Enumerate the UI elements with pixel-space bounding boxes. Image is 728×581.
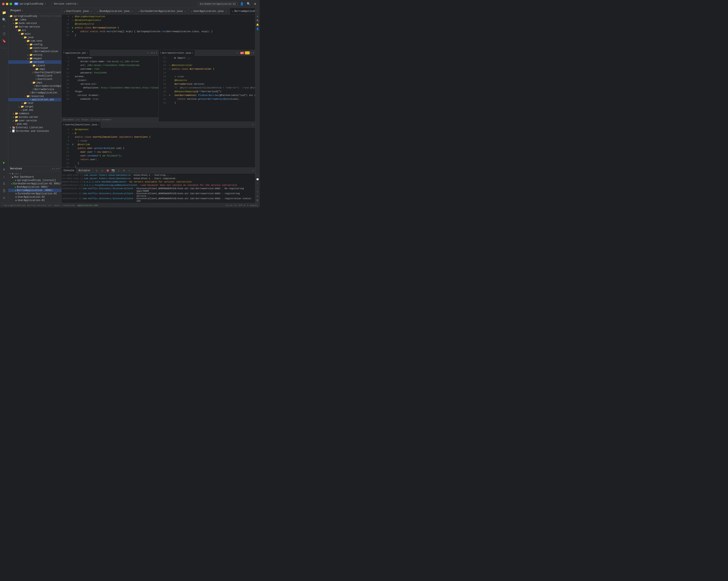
tree-item-service[interactable]: ▾ 📂 service (8, 60, 61, 64)
services-item-install[interactable]: ▶ ▶ springCloudStudy [install] (8, 179, 61, 182)
database-tool-icon[interactable]: 🗄 (1, 188, 7, 194)
ufc-code[interactable]: 6 ✓ @Component 7 ✓ @ 8 public class User… (61, 128, 255, 167)
eureka-instance[interactable]: EurekaServerApplication-01 (198, 2, 238, 6)
console-more-icon[interactable]: ⋯ (251, 169, 255, 172)
tree-item-resources[interactable]: ▾ 📂 resources (8, 95, 61, 98)
version-control-menu[interactable]: Version control (54, 2, 76, 5)
yml-pane-more[interactable]: ⋯ (146, 51, 150, 55)
star-icon[interactable]: ☆ (256, 173, 259, 177)
tree-item-config[interactable]: ▶ 📂 config (8, 43, 61, 46)
scroll-icon[interactable]: ⤵ (116, 168, 121, 173)
borrow-application-code[interactable]: 8 ✓ @SpringBootApplication 9 ✓ @EnableFe… (61, 15, 255, 50)
tree-item-bookclient[interactable]: ▶ I BookClient (8, 74, 61, 78)
services-item-eureka01[interactable]: ▶ ▶ EurekaServerApplication-01 8801/ (8, 182, 61, 185)
more-icon[interactable]: ⋯ (127, 168, 132, 173)
services-item-borrowapp[interactable]: ▶ ▶ BorrowApplication :8082/ (8, 189, 61, 192)
snapshot-icon[interactable]: 📷 (111, 168, 115, 173)
stop-icon[interactable]: ⏹ (105, 168, 110, 173)
services-filter-icon[interactable]: ⊟ (14, 173, 16, 175)
bookmark-tool-icon[interactable]: 🔖 (1, 38, 7, 44)
scroll-left-icon[interactable]: ≡ (256, 190, 259, 194)
run-arrow-icon[interactable]: ▶ (72, 26, 73, 29)
yml-tab[interactable]: Y application.yml ✕ (61, 50, 90, 56)
run-gutter[interactable]: ✓ (72, 16, 73, 18)
tree-item-comtest[interactable]: ▾ 📂 com.test (8, 39, 61, 43)
run-tool-icon[interactable]: ▶ (1, 160, 7, 166)
services-expand-icon[interactable]: ⊞ (16, 173, 17, 175)
profile-icon[interactable]: 👤 (239, 1, 244, 6)
indent-icon[interactable]: ⊟ (256, 194, 259, 198)
bc-collapse[interactable]: ∨ (253, 51, 254, 54)
tab-close-icon[interactable]: ✕ (131, 10, 134, 13)
services-refresh-icon[interactable]: ↻ (18, 173, 19, 175)
services-tool-icon[interactable]: ≡ (1, 167, 7, 173)
bc-expand[interactable]: ∧ (251, 51, 252, 54)
close-button[interactable] (2, 3, 5, 5)
project-tool-icon[interactable]: 📁 (1, 9, 7, 16)
maven-tool-icon[interactable]: m (1, 195, 7, 201)
tab-bookapplication[interactable]: ☕ BookApplication.java ✕ (95, 8, 136, 15)
structure-tool-icon[interactable]: ☰ (1, 31, 7, 37)
yml-expand-btn[interactable]: ∧ (154, 51, 155, 54)
tab-userclient[interactable]: ☕ UserClient.java ✕ (61, 8, 95, 15)
services-all-icon[interactable]: ▼ (9, 173, 11, 175)
tree-item-controller[interactable]: ▾ 📂 controller (8, 46, 61, 50)
tree-item-entity[interactable]: ▶ 📂 entity (8, 53, 61, 57)
settings-icon[interactable]: ⚙ (122, 168, 126, 173)
tree-item-impl1[interactable]: ▾ 📂 impl (8, 68, 61, 71)
trash-icon[interactable]: 🗑 (256, 198, 259, 202)
ufc-pane-more[interactable]: ⋯ (251, 123, 255, 126)
services-run-dashboard[interactable]: ▾ ▶ Run Dashboard (8, 176, 61, 179)
bc-tab[interactable]: C BorrowController.java ✕ (159, 50, 195, 56)
project-panel-chevron[interactable]: ▾ (22, 9, 23, 12)
diff-icon[interactable]: ⊞ (256, 15, 259, 18)
services-item-userapp02[interactable]: ▶ ⏹ UserApplication-02 (8, 195, 61, 199)
tab-borrowapplication[interactable]: ☕ BorrowApplication.java ✕ (230, 8, 255, 15)
tree-item-userservice[interactable]: ▶ 📂 user-service (8, 119, 61, 123)
tree-item-appyml[interactable]: ▶ Y application.yml (8, 98, 61, 101)
services-settings-icon[interactable]: ⚙ (56, 167, 58, 170)
tree-item-src[interactable]: ▾ 📂 src (8, 29, 61, 32)
tree-item-client[interactable]: ▾ 📂 client (8, 64, 61, 68)
tree-item-main[interactable]: ▾ 📂 main (8, 32, 61, 36)
tree-item-pomxml[interactable]: ▶ X pom.xml (8, 108, 61, 112)
console-tab[interactable]: Console (61, 168, 76, 174)
restart-icon[interactable]: ↺ (100, 168, 105, 173)
bc-pane-more[interactable]: ⋯ (235, 51, 239, 55)
notification-icon[interactable]: 🔔 (256, 23, 259, 26)
services-item-userapp01[interactable]: ▶ ⏹ UserApplication-01 (8, 199, 61, 202)
tree-item-borrowapp[interactable]: ▶ C BorrowApplication (8, 91, 61, 95)
git-tool-icon[interactable]: ⑂ (1, 24, 7, 30)
chat-icon[interactable]: 💬 (256, 178, 259, 181)
tab-close-icon[interactable]: ✕ (184, 10, 186, 13)
clear-console-icon[interactable]: ↻ (95, 168, 99, 173)
tree-item-mapper[interactable]: ▶ 📂 mapper (8, 57, 61, 60)
search-icon[interactable]: 🔍 (246, 1, 251, 6)
minimize-button[interactable] (6, 3, 8, 5)
tree-item-rootpom[interactable]: ▶ X pom.xml (8, 123, 61, 126)
project-title[interactable]: SC springCloudStudy ▾ (14, 2, 46, 5)
tree-item-userclient[interactable]: ▶ I UserClient (8, 78, 61, 81)
bc-tab-close[interactable]: ✕ (192, 52, 193, 54)
person-icon[interactable]: 👤 (256, 27, 259, 31)
tree-item-eurekaserver[interactable]: ▶ 📂 eureka-server (8, 115, 61, 119)
tab-userapplication[interactable]: ☕ UserApplication.java ✕ (189, 8, 230, 15)
maximize-button[interactable] (9, 3, 12, 5)
more-tool-icon[interactable]: ··· (1, 45, 7, 51)
ufc-tab-close[interactable]: ✕ (98, 124, 99, 126)
run-arrow-icon[interactable]: ▶ (72, 30, 73, 33)
tree-item-scratches[interactable]: ▶ 📝 Scratches and Consoles (8, 129, 61, 133)
services-add-icon[interactable]: + (58, 168, 60, 170)
problems-tool-icon[interactable]: ⚠ (1, 174, 7, 180)
tab-close-icon[interactable]: ✕ (90, 10, 93, 13)
arrow-down-icon[interactable]: ↓ (256, 186, 259, 190)
run-gutter[interactable]: ✓ (72, 19, 73, 22)
tree-item-external[interactable]: ▶ 📚 External Libraries (8, 126, 61, 129)
tab-close-icon[interactable]: ✕ (225, 10, 228, 13)
tree-item-commons[interactable]: ▶ 📂 commons (8, 112, 61, 115)
tree-item-impl2[interactable]: ▾ 📂 impl (8, 81, 61, 84)
services-close-icon[interactable]: ✕ (54, 167, 55, 170)
tab-eurekaserver[interactable]: ☕ EurekaServerApplication.java ✕ (136, 8, 189, 15)
actuator-tab[interactable]: Actuator (76, 168, 93, 174)
yml-tab-close[interactable]: ✕ (87, 52, 88, 54)
